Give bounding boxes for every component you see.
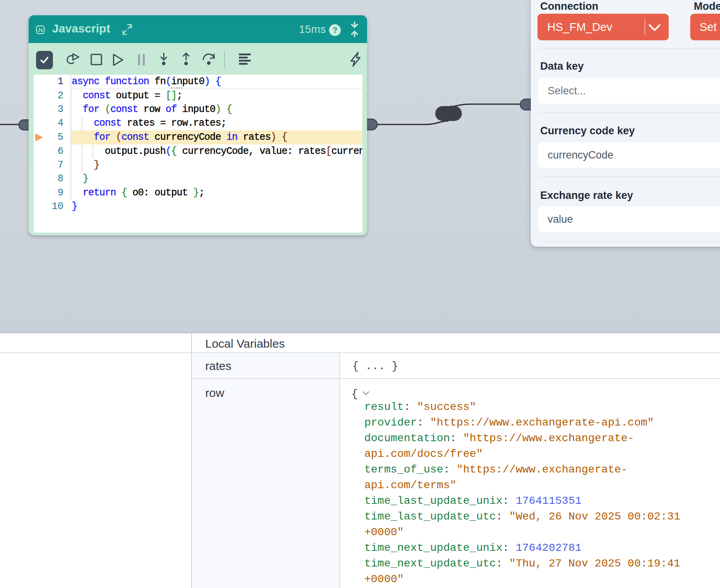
svg-text:Js: Js <box>38 27 43 33</box>
